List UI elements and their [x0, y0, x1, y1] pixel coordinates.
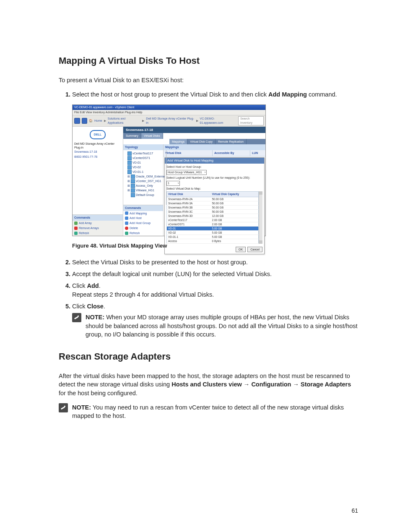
- tree-node[interactable]: VD-01-1: [124, 170, 165, 174]
- step-4: Click Add. Repeat steps 2 through 4 for …: [72, 282, 358, 299]
- refresh-cmd[interactable]: Refresh: [123, 231, 163, 236]
- intro-text: To present a Virtual Disk to an ESX/ESXi…: [59, 76, 358, 84]
- tree-label: VD-01: [132, 161, 141, 165]
- crumb-solutions[interactable]: Solutions and Applications: [108, 117, 141, 125]
- cell-vd-capacity: 50.00 GB: [211, 201, 259, 205]
- note-text: NOTE: You may need to run a rescan from …: [72, 403, 358, 420]
- vd-icon: [127, 170, 132, 174]
- tree-node[interactable]: Default Group: [124, 193, 165, 197]
- crumb-host[interactable]: VC-DEMO-01.appaware.com: [200, 117, 237, 125]
- note-text: NOTE: When your MD storage array uses mu…: [86, 313, 358, 339]
- tree-node[interactable]: vCenterDST1: [124, 156, 165, 160]
- cell-vd-capacity: 50.00 GB: [211, 209, 259, 214]
- tree-node[interactable]: vCenterTest117: [124, 151, 165, 156]
- cell-vd-name: Snowmass-RVM-3D: [167, 214, 211, 218]
- add-host-group-cmd[interactable]: Add Host Group: [123, 221, 163, 226]
- virtual-disk-table[interactable]: Virtual Disk Virtual Disk Capacity Snowm…: [166, 191, 259, 243]
- figure-screenshot: VC-DEMO-01.appaware.com - vSphere Client…: [72, 104, 266, 236]
- tree-label: VD-02: [132, 165, 141, 170]
- tabs-level2: Mappings Virtual Disk Copy Remote Replic…: [169, 139, 265, 145]
- cell-vd-capacity: 2.00 GB: [211, 222, 259, 227]
- table-row[interactable]: Snowmass-RVM-3C50.00 GB: [167, 209, 259, 214]
- search-input[interactable]: Search Inventory: [238, 116, 264, 125]
- nav-forward-button[interactable]: [82, 118, 88, 124]
- nav-back-button[interactable]: [74, 118, 80, 124]
- tree-node[interactable]: ⊞ VMware_HG1: [124, 188, 165, 193]
- para-b: Hosts and Clusters view: [171, 381, 242, 388]
- array-item[interactable]: Snowmass-17-18: [74, 150, 121, 154]
- array-item[interactable]: i8602-9501-77-78: [74, 155, 121, 159]
- add-mapping-cmd[interactable]: Add Mapping: [123, 211, 163, 216]
- tree-node[interactable]: ⊞ vCenter_DST_HG1: [124, 179, 165, 183]
- vd-table-scrollbar[interactable]: [259, 191, 262, 243]
- cmd-label: Add Host: [130, 216, 142, 220]
- cell-vd-capacity: 50.00 GB: [211, 197, 259, 201]
- cancel-button[interactable]: Cancel: [247, 247, 262, 253]
- tree-node[interactable]: ⊞ Oracle_OEM_External: [124, 175, 165, 179]
- host-group-select[interactable]: Host Group VMware_HG1: [166, 170, 207, 175]
- tree-node[interactable]: VD-02: [124, 165, 165, 170]
- table-row[interactable]: Snowmass-RVM-2A50.00 GB: [167, 197, 259, 201]
- table-row[interactable]: Snowmass-RVM-3B50.00 GB: [167, 205, 259, 209]
- tree-node[interactable]: ⊞ Access_Only: [124, 184, 165, 188]
- crumb-plugin[interactable]: Dell MD Storage Array vCenter Plug-in: [146, 117, 194, 125]
- dell-logo: DELL: [90, 130, 106, 139]
- add-host-cmd[interactable]: Add Host: [123, 216, 163, 221]
- tab-vd-copy[interactable]: Virtual Disk Copy: [187, 139, 216, 145]
- add-mapping-dialog: Add Virtual Disk to Host Mapping Select …: [164, 157, 265, 254]
- remove-arrays-cmd[interactable]: Remove Arrays: [73, 226, 123, 231]
- cell-vd-capacity: 2.00 GB: [211, 218, 259, 222]
- note-icon: [72, 313, 81, 322]
- cmd-label: Remove Arrays: [79, 226, 99, 230]
- hostgroup-icon: [131, 179, 135, 183]
- host-icon: [127, 156, 132, 160]
- mappings-table-header: Virtual Disk Accessible By LUN: [164, 150, 265, 156]
- add-hostgroup-icon: [125, 222, 128, 225]
- hostgroup-icon: [131, 175, 135, 179]
- cell-vd-capacity: 5.00 GB: [211, 227, 259, 231]
- dialog-title: Add Virtual Disk to Host Mapping: [165, 158, 264, 164]
- table-row[interactable]: VD-015.00 GB: [167, 227, 259, 231]
- tab-remote-replication[interactable]: Remote Replication: [216, 139, 247, 145]
- cmd-label: Refresh: [79, 231, 89, 235]
- host-icon: [127, 151, 132, 156]
- lun-select[interactable]: 1: [166, 181, 180, 186]
- left-commands-panel: Commands Add Array Remove Arrays Refresh: [73, 214, 123, 235]
- tabs-level1: Summary Virtual Disks: [123, 133, 265, 139]
- table-row[interactable]: vCenterTest1172.00 GB: [167, 218, 259, 222]
- add-array-cmd[interactable]: Add Array: [73, 221, 123, 226]
- step-5: Click Close. NOTE: When your MD storage …: [72, 302, 358, 339]
- home-icon[interactable]: 🏠: [89, 119, 93, 123]
- cell-vd-capacity: 5.00 GB: [211, 235, 259, 239]
- table-row[interactable]: VD-025.00 GB: [167, 231, 259, 235]
- tab-mappings[interactable]: Mappings: [169, 139, 187, 145]
- step-4-text-a: Click: [72, 282, 87, 289]
- tree-node[interactable]: VD-01: [124, 161, 165, 165]
- topology-tree: vCenterTest117 vCenterDST1 VD-01 VD-02 V…: [123, 150, 166, 205]
- commands-header: Commands: [123, 205, 163, 211]
- table-row[interactable]: Access0 Bytes: [167, 239, 259, 243]
- note-body: You may need to run a rescan from vCente…: [72, 404, 344, 419]
- table-row[interactable]: Snowmass-RVM-3D12.00 GB: [167, 214, 259, 218]
- tab-summary[interactable]: Summary: [123, 133, 141, 139]
- topology-scrollbar[interactable]: [166, 150, 166, 205]
- delete-cmd[interactable]: Delete: [123, 226, 163, 231]
- tree-label: vCenterDST1: [132, 156, 150, 160]
- cell-vd-name: Snowmass-RVM-2A: [167, 197, 211, 201]
- crumb-sep: ▶: [142, 119, 144, 123]
- crumb-home[interactable]: Home: [94, 119, 102, 123]
- tab-virtual-disks[interactable]: Virtual Disks: [141, 133, 163, 139]
- table-row[interactable]: vCenterDST12.00 GB: [167, 222, 259, 227]
- step-4-repeat: Repeat steps 2 through 4 for additional …: [72, 290, 358, 299]
- commands-header: Commands: [73, 215, 123, 221]
- table-row[interactable]: VD-01-15.00 GB: [167, 235, 259, 239]
- refresh-icon: [125, 232, 128, 235]
- cell-vd-name: VD-02: [167, 231, 211, 235]
- cell-vd-name: vCenterTest117: [167, 218, 211, 222]
- tree-label: VD-01-1: [132, 170, 143, 174]
- note-icon: [59, 403, 68, 412]
- col-lun: LUN: [250, 150, 265, 156]
- table-row[interactable]: Snowmass-RVM-3A50.00 GB: [167, 201, 259, 205]
- refresh-cmd[interactable]: Refresh: [73, 231, 123, 236]
- ok-button[interactable]: OK: [236, 247, 246, 253]
